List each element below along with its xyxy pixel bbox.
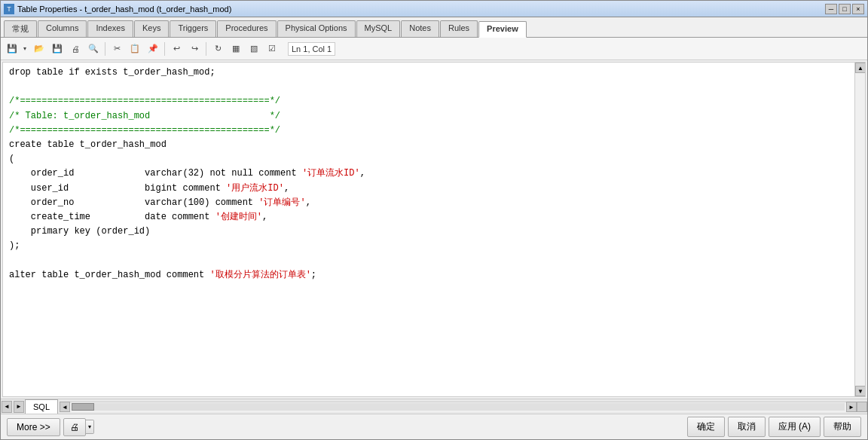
tab-mysql[interactable]: MySQL bbox=[356, 20, 401, 37]
scroll-up-button[interactable]: ▲ bbox=[855, 63, 866, 73]
tab-triggers[interactable]: Triggers bbox=[170, 20, 216, 37]
tool1-button[interactable]: ▦ bbox=[228, 41, 244, 57]
vertical-scrollbar[interactable]: ▲ ▼ bbox=[854, 63, 865, 396]
preview-button[interactable]: 🔍 bbox=[85, 41, 102, 57]
footer: More >> 🖨 ▾ 确定 取消 应用 (A) 帮助 bbox=[1, 414, 867, 439]
main-content: drop table if exists t_order_hash_mod; /… bbox=[1, 60, 867, 414]
cursor-position: Ln 1, Col 1 bbox=[288, 42, 335, 56]
cut-button[interactable]: ✂ bbox=[108, 41, 125, 57]
main-window: T Table Properties - t_order_hash_mod (t… bbox=[0, 0, 868, 440]
corner-box bbox=[857, 402, 867, 412]
code-content: drop table if exists t_order_hash_mod; /… bbox=[3, 63, 865, 286]
sql-tab-label: SQL bbox=[33, 402, 50, 411]
cancel-button[interactable]: 取消 bbox=[728, 417, 766, 437]
maximize-button[interactable]: □ bbox=[839, 4, 851, 14]
tab-physical-options[interactable]: Physical Options bbox=[277, 20, 356, 37]
tab-procedures[interactable]: Procedures bbox=[217, 20, 276, 37]
tab-scroll-right-button[interactable]: ► bbox=[14, 401, 24, 413]
tab-bar: 常规 Columns Indexes Keys Triggers Procedu… bbox=[1, 17, 867, 38]
tab-常规[interactable]: 常规 bbox=[4, 20, 37, 37]
close-icon: × bbox=[856, 5, 860, 13]
separator-3 bbox=[206, 42, 206, 56]
print-button[interactable]: 🖨 bbox=[67, 41, 84, 57]
tab-notes[interactable]: Notes bbox=[401, 20, 439, 37]
save-dropdown-button[interactable]: ▾ bbox=[20, 41, 29, 57]
editor-area[interactable]: drop table if exists t_order_hash_mod; /… bbox=[2, 62, 866, 397]
title-bar-left: T Table Properties - t_order_hash_mod (t… bbox=[4, 4, 231, 14]
title-controls: ─ □ × bbox=[825, 4, 864, 14]
save-dropdown-group: 💾 ▾ bbox=[4, 41, 29, 57]
paste-button[interactable]: 📌 bbox=[145, 41, 161, 57]
tool2-button[interactable]: ▧ bbox=[246, 41, 262, 57]
maximize-icon: □ bbox=[842, 5, 846, 13]
copy-button[interactable]: 📋 bbox=[127, 41, 143, 57]
refresh-button[interactable]: ↻ bbox=[209, 41, 226, 57]
tool3-button[interactable]: ☑ bbox=[264, 41, 280, 57]
print-dropdown-arrow[interactable]: ▾ bbox=[86, 420, 94, 434]
horizontal-scrollbar[interactable]: ◄ ► bbox=[60, 402, 857, 412]
open-button[interactable]: 📂 bbox=[31, 41, 47, 57]
bottom-tab-bar: ◄ ► SQL ◄ ► bbox=[1, 399, 867, 414]
h-scroll-left-button[interactable]: ◄ bbox=[60, 402, 70, 412]
confirm-button[interactable]: 确定 bbox=[687, 417, 725, 437]
sql-tab[interactable]: SQL bbox=[25, 399, 58, 414]
tab-indexes[interactable]: Indexes bbox=[87, 20, 133, 37]
tab-preview[interactable]: Preview bbox=[478, 21, 527, 38]
print2-button[interactable]: 🖨 bbox=[63, 418, 86, 436]
tab-rules[interactable]: Rules bbox=[440, 20, 478, 37]
tab-scroll-left-button[interactable]: ◄ bbox=[2, 401, 12, 413]
h-scroll-thumb[interactable] bbox=[72, 403, 94, 411]
bottom-area: ◄ ► SQL ◄ ► bbox=[1, 399, 867, 414]
scroll-down-button[interactable]: ▼ bbox=[855, 386, 866, 396]
separator-1 bbox=[105, 42, 105, 56]
save-button[interactable]: 💾 bbox=[4, 41, 20, 57]
close-button[interactable]: × bbox=[852, 4, 864, 14]
title-bar: T Table Properties - t_order_hash_mod (t… bbox=[1, 1, 867, 17]
tab-columns[interactable]: Columns bbox=[38, 20, 87, 37]
undo-button[interactable]: ↩ bbox=[168, 41, 185, 57]
help-button[interactable]: 帮助 bbox=[824, 417, 861, 437]
h-scroll-right-button[interactable]: ► bbox=[846, 402, 857, 412]
h-scroll-track bbox=[72, 403, 845, 411]
redo-button[interactable]: ↪ bbox=[186, 41, 203, 57]
window-icon: T bbox=[4, 4, 14, 14]
separator-2 bbox=[164, 42, 165, 56]
minimize-button[interactable]: ─ bbox=[825, 4, 837, 14]
footer-right: 确定 取消 应用 (A) 帮助 bbox=[687, 417, 861, 437]
minimize-icon: ─ bbox=[829, 5, 833, 13]
toolbar: 💾 ▾ 📂 💾 🖨 🔍 ✂ 📋 📌 ↩ ↪ ↻ ▦ ▧ ☑ Ln 1, Col … bbox=[1, 38, 867, 60]
save2-button[interactable]: 💾 bbox=[49, 41, 66, 57]
apply-button[interactable]: 应用 (A) bbox=[769, 417, 821, 437]
print-dropdown-group: 🖨 ▾ bbox=[63, 418, 94, 436]
more-button[interactable]: More >> bbox=[7, 418, 60, 436]
tab-keys[interactable]: Keys bbox=[134, 20, 169, 37]
footer-left: More >> 🖨 ▾ bbox=[7, 418, 94, 436]
window-title: Table Properties - t_order_hash_mod (t_o… bbox=[17, 5, 231, 14]
